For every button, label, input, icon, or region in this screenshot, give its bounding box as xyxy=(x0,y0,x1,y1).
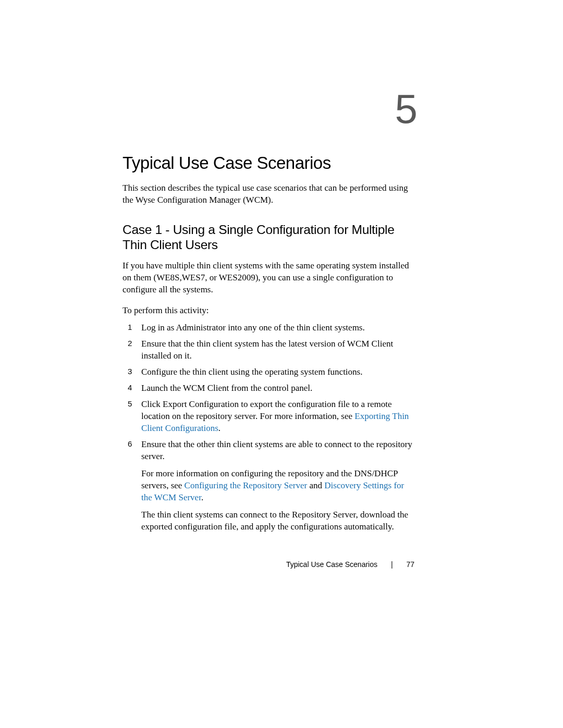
footer-page-number: 77 xyxy=(406,560,414,569)
step-item: Click Export Configuration to export the… xyxy=(133,399,414,435)
sub-text-mid: and xyxy=(307,480,324,490)
steps-list: Log in as Administrator into any one of … xyxy=(123,322,414,533)
sub-text-b: . xyxy=(201,492,203,502)
chapter-title: Typical Use Case Scenarios xyxy=(123,153,414,173)
section-para: If you have multiple thin client systems… xyxy=(123,260,414,296)
step-item: Log in as Administrator into any one of … xyxy=(133,322,414,334)
step-item: Configure the thin client using the oper… xyxy=(133,366,414,378)
step-text: Launch the WCM Client from the control p… xyxy=(141,383,312,393)
footer-separator: | xyxy=(391,560,393,569)
step-text: Ensure that the other thin client system… xyxy=(141,439,412,461)
chapter-number: 5 xyxy=(123,89,418,129)
section-title: Case 1 - Using a Single Configuration fo… xyxy=(123,222,414,253)
chapter-intro: This section describes the typical use c… xyxy=(123,182,414,206)
step-subpara: For more information on configuring the … xyxy=(141,468,414,504)
step-item: Ensure that the thin client system has t… xyxy=(133,338,414,362)
step-text: Configure the thin client using the oper… xyxy=(141,367,362,377)
footer-title: Typical Use Case Scenarios xyxy=(286,560,377,569)
page-footer: Typical Use Case Scenarios | 77 xyxy=(286,560,414,569)
link-config-repo-server[interactable]: Configuring the Repository Server xyxy=(185,480,308,490)
step-text: Log in as Administrator into any one of … xyxy=(141,323,365,332)
step-item: Launch the WCM Client from the control p… xyxy=(133,382,414,394)
step-text-b: . xyxy=(218,423,221,433)
step-text: Ensure that the thin client system has t… xyxy=(141,339,393,361)
page-content: 5 Typical Use Case Scenarios This sectio… xyxy=(0,0,563,578)
step-item: Ensure that the other thin client system… xyxy=(133,439,414,533)
steps-lead-in: To perform this activity: xyxy=(123,305,414,317)
step-subpara: The thin client systems can connect to t… xyxy=(141,509,414,533)
